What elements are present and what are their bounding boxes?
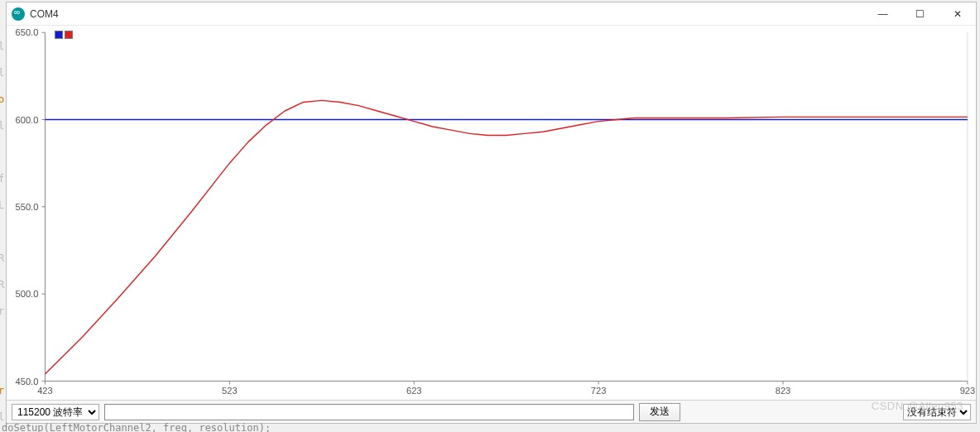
maximize-button[interactable]: ☐ bbox=[901, 2, 939, 25]
baud-rate-select[interactable]: 115200 波特率 bbox=[12, 404, 99, 420]
svg-text:823: 823 bbox=[776, 386, 791, 396]
svg-text:623: 623 bbox=[406, 386, 422, 396]
svg-text:523: 523 bbox=[222, 386, 238, 396]
serial-plotter-window: COM4 — ☐ ✕ 450.0500.0550.0600.0650.04235… bbox=[6, 2, 977, 424]
minimize-button[interactable]: — bbox=[864, 2, 901, 25]
background-code-snippet: doSetup(LeftMotorChannel2, freq, resolut… bbox=[2, 422, 271, 432]
svg-text:550.0: 550.0 bbox=[16, 202, 39, 212]
svg-text:723: 723 bbox=[591, 386, 607, 396]
chart-svg: 450.0500.0550.0600.0650.0423523623723823… bbox=[7, 26, 976, 400]
svg-text:600.0: 600.0 bbox=[16, 115, 39, 125]
plot-area: 450.0500.0550.0600.0650.0423523623723823… bbox=[7, 26, 976, 400]
svg-text:450.0: 450.0 bbox=[16, 376, 39, 386]
close-button[interactable]: ✕ bbox=[939, 2, 976, 25]
titlebar: COM4 — ☐ ✕ bbox=[7, 2, 976, 26]
arduino-icon bbox=[12, 7, 25, 21]
window-title: COM4 bbox=[30, 8, 59, 20]
svg-text:650.0: 650.0 bbox=[16, 27, 39, 37]
svg-text:423: 423 bbox=[37, 386, 53, 396]
bottom-toolbar: 115200 波特率 发送 没有结束符 bbox=[7, 400, 976, 423]
svg-text:923: 923 bbox=[960, 386, 976, 396]
send-input[interactable] bbox=[104, 404, 634, 420]
svg-text:500.0: 500.0 bbox=[16, 289, 39, 299]
send-button[interactable]: 发送 bbox=[639, 403, 680, 421]
line-ending-select[interactable]: 没有结束符 bbox=[903, 404, 971, 420]
